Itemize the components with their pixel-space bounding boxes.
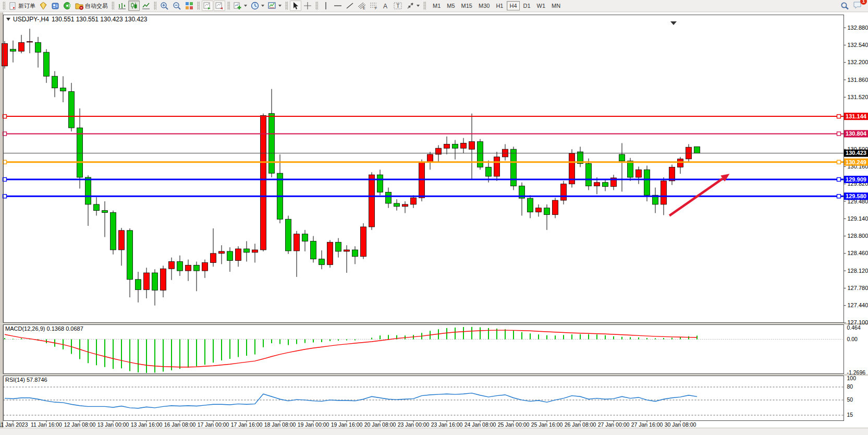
rsi-axis-label: 80	[847, 383, 853, 390]
candle-up	[444, 144, 450, 148]
time-axis-label: 11 Jan 2023	[0, 421, 28, 428]
candle-up	[19, 43, 25, 52]
candle-down	[44, 52, 50, 76]
chart-title: USDJPY-,H4 130.551 130.551 130.423 130.4…	[6, 16, 147, 23]
candle-up	[27, 42, 33, 42]
time-axis-label: 23 Jan 00:00	[398, 421, 430, 428]
price-axis-tick-label: 131.860	[848, 77, 868, 83]
candle-down	[60, 88, 66, 91]
time-axis-label: 19 Jan 00:00	[298, 421, 329, 428]
candle-down	[111, 213, 116, 250]
candle-up	[469, 141, 475, 149]
macd-signal-line	[5, 330, 697, 367]
candle-down	[302, 234, 308, 241]
candle-down	[269, 114, 275, 174]
chart-canvas[interactable]: 132.880132.540132.200131.860131.520130.5…	[0, 0, 868, 435]
hline-anchor-marker	[837, 115, 841, 118]
candle-down	[453, 144, 458, 148]
price-tag-label: 130.249	[846, 159, 866, 165]
candle-up	[144, 273, 150, 289]
candle-up	[636, 170, 642, 177]
macd-axis-label: 0.464	[847, 324, 861, 331]
candle-down	[694, 147, 700, 153]
candle-up	[261, 116, 266, 250]
candle-up	[411, 198, 417, 204]
candle-up	[169, 262, 175, 269]
candle-up	[369, 175, 375, 227]
candle-down	[311, 241, 316, 259]
time-axis-label: 30 Jan 08:00	[665, 421, 696, 428]
trend-arrow-annotation[interactable]	[669, 178, 723, 215]
candle-down	[177, 262, 183, 271]
price-axis-tick-label: 131.520	[848, 94, 868, 100]
price-axis-tick-label: 127.780	[848, 285, 868, 291]
candle-up	[294, 234, 300, 251]
pane-splitter	[0, 323, 868, 325]
candle-down	[94, 204, 100, 211]
candle-up	[678, 159, 683, 167]
price-tag-label: 130.804	[846, 130, 867, 137]
candle-up	[461, 143, 467, 148]
candle-down	[394, 203, 400, 207]
price-axis-tick-label: 127.440	[848, 302, 868, 308]
time-axis-label: 26 Jan 08:00	[565, 421, 596, 428]
candle-down	[85, 177, 91, 204]
candle-down	[102, 211, 108, 213]
price-axis-tick-label: 128.120	[848, 268, 868, 274]
time-axis-label: 13 Jan 16:00	[131, 421, 163, 428]
candle-up	[361, 227, 366, 257]
candle-down	[136, 280, 141, 290]
time-axis-label: 25 Jan 16:00	[531, 421, 563, 428]
candle-down	[227, 251, 233, 261]
time-axis-label: 19 Jan 16:00	[331, 421, 363, 428]
candle-up	[119, 231, 125, 250]
time-axis-label: 25 Jan 00:00	[498, 421, 530, 428]
rsi-indicator-label: RSI(14) 57.8746	[5, 377, 47, 383]
chart-symbol-timeframe: USDJPY-,H4	[13, 16, 49, 23]
candle-up	[161, 269, 166, 290]
time-axis-label: 17 Jan 16:00	[231, 421, 263, 428]
candle-down	[511, 149, 517, 186]
hline-anchor-marker	[837, 178, 841, 182]
candle-down	[336, 242, 341, 251]
time-axis-label: 18 Jan 08:00	[264, 421, 296, 428]
hline-anchor-marker	[837, 132, 841, 136]
time-axis-label: 17 Jan 00:00	[198, 421, 229, 428]
candle-down	[486, 167, 492, 176]
price-axis-tick-label: 132.200	[848, 59, 868, 65]
candle-down	[52, 76, 58, 88]
candle-up	[211, 253, 216, 263]
candle-down	[586, 164, 592, 186]
price-tag-label: 130.423	[846, 150, 866, 156]
candle-up	[494, 157, 500, 176]
macd-axis-label: 0.00	[847, 336, 858, 342]
time-axis-label: 24 Jan 08:00	[464, 421, 496, 428]
candle-up	[661, 181, 667, 204]
candle-up	[594, 183, 600, 186]
rsi-axis-label: 50	[847, 396, 853, 403]
candle-up	[344, 250, 350, 251]
time-axis-label: 12 Jan 08:00	[64, 421, 96, 428]
price-tag-label: 131.144	[846, 113, 867, 119]
candle-down	[244, 249, 250, 252]
price-tag-label: 129.909	[846, 176, 866, 183]
hline-anchor-marker	[837, 195, 841, 198]
candle-down	[603, 183, 608, 187]
time-axis-label: 20 Jan 08:00	[364, 421, 396, 428]
candle-down	[127, 231, 133, 280]
candle-down	[286, 219, 291, 251]
price-axis-tick-label: 129.140	[848, 215, 868, 222]
price-axis-tick-label: 132.880	[848, 25, 868, 31]
pane-border	[4, 376, 844, 421]
time-axis-label: 23 Jan 16:00	[431, 421, 463, 428]
candle-up	[402, 204, 408, 207]
symbol-dropdown-icon[interactable]	[6, 18, 10, 21]
chart-shift-marker[interactable]	[670, 21, 677, 25]
candle-down	[77, 128, 83, 177]
candle-down	[152, 273, 158, 290]
time-axis-label: 13 Jan 00:00	[97, 421, 129, 428]
chart-ohlc-values: 130.551 130.551 130.423 130.423	[52, 16, 148, 23]
time-axis-label: 16 Jan 08:00	[164, 421, 196, 428]
candle-down	[10, 49, 16, 51]
rsi-axis-label: 100	[847, 375, 857, 381]
